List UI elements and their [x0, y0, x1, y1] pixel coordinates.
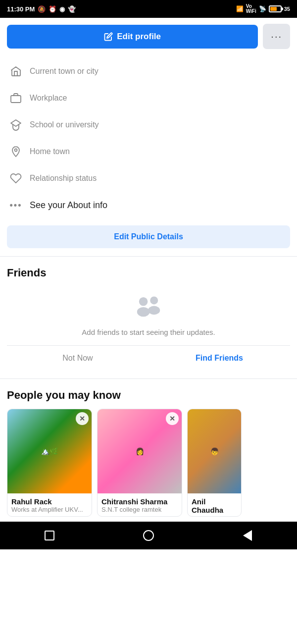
status-left: 11:30 PM 🔕 ⏰ ◉ 👻	[7, 5, 76, 13]
friends-actions: Not Now Find Friends	[7, 345, 290, 371]
friends-section: Friends Add friends to start seeing thei…	[0, 261, 297, 375]
svg-marker-1	[11, 120, 21, 126]
person-detail-1: S.N.T college ramtek	[101, 506, 178, 513]
about-info-label: See your About info	[30, 200, 107, 211]
nav-back-button[interactable]	[241, 529, 254, 542]
vo-wifi-label: VoWiFi	[246, 4, 256, 14]
relationship-item[interactable]: Relationship status	[0, 165, 297, 192]
status-right: 📶 VoWiFi 📡 35	[236, 4, 290, 14]
nav-square-button[interactable]	[43, 529, 56, 542]
snapchat-icon: 👻	[68, 5, 76, 13]
school-item[interactable]: School or university	[0, 111, 297, 138]
about-info-item[interactable]: ••• See your About info	[0, 192, 297, 218]
people-section-title: People you may know	[7, 389, 290, 402]
status-bar: 11:30 PM 🔕 ⏰ ◉ 👻 📶 VoWiFi 📡 35	[0, 0, 297, 18]
divider-2	[0, 378, 297, 379]
dots-more-icon: •••	[9, 198, 23, 212]
svg-point-2	[15, 149, 17, 152]
triangle-icon	[243, 530, 252, 541]
workplace-item[interactable]: Workplace	[0, 85, 297, 111]
pencil-icon	[104, 32, 113, 41]
friends-empty-text: Add friends to start seeing their update…	[82, 328, 215, 336]
school-label: School or university	[30, 120, 99, 129]
alarm-icon: ⏰	[49, 5, 56, 13]
heart-icon	[9, 171, 23, 185]
person-info-0: Rahul Rack Works at Amplifier UKV...	[7, 493, 92, 515]
not-now-button[interactable]: Not Now	[7, 346, 148, 371]
people-grid: 🏔️🌿 ✕ Rahul Rack Works at Amplifier UKV.…	[7, 409, 290, 522]
battery-percent: 35	[284, 6, 290, 12]
more-options-button[interactable]: ···	[263, 24, 290, 49]
dismiss-person-0-button[interactable]: ✕	[76, 412, 89, 425]
relationship-label: Relationship status	[30, 174, 97, 183]
person-photo-2: 👦	[188, 409, 241, 493]
graduation-icon	[9, 118, 23, 132]
find-friends-button[interactable]: Find Friends	[148, 346, 290, 371]
svg-point-4	[137, 307, 150, 317]
friends-empty-state: Add friends to start seeing their update…	[7, 286, 290, 340]
edit-profile-button[interactable]: Edit profile	[7, 25, 258, 49]
workplace-label: Workplace	[30, 94, 67, 103]
briefcase-icon	[9, 91, 23, 105]
svg-point-3	[139, 297, 148, 306]
nav-home-button[interactable]	[142, 529, 155, 542]
svg-rect-0	[11, 96, 21, 103]
profile-actions: Edit profile ···	[0, 18, 297, 55]
person-name-1: Chitranshi Sharma	[101, 497, 178, 506]
battery-icon	[269, 5, 282, 12]
navigation-bar	[0, 522, 297, 549]
person-card-0[interactable]: 🏔️🌿 ✕ Rahul Rack Works at Amplifier UKV.…	[7, 409, 92, 517]
person-detail-0: Works at Amplifier UKV...	[11, 506, 88, 513]
person-info-1: Chitranshi Sharma S.N.T college ramtek	[98, 493, 182, 515]
info-list: Current town or city Workplace School or…	[0, 55, 297, 220]
people-you-may-know-section: People you may know 🏔️🌿 ✕ Rahul Rack Wor…	[0, 383, 297, 522]
person-card-1[interactable]: 👩 ✕ Chitranshi Sharma S.N.T college ramt…	[97, 409, 182, 517]
square-icon	[45, 531, 54, 540]
hometown-label: Home town	[30, 147, 70, 156]
wifi-icon: 📡	[259, 5, 266, 12]
bell-mute-icon: 🔕	[38, 5, 46, 13]
friends-icon	[133, 294, 164, 322]
divider-1	[0, 256, 297, 257]
person-info-2: Anil Chaudha	[188, 493, 241, 516]
person-name-2: Anil Chaudha	[192, 497, 237, 514]
time-display: 11:30 PM	[7, 5, 35, 13]
svg-point-5	[150, 296, 158, 304]
hometown-item[interactable]: Home town	[0, 138, 297, 165]
home-icon	[9, 64, 23, 78]
current-town-label: Current town or city	[30, 67, 99, 76]
dismiss-person-1-button[interactable]: ✕	[166, 412, 179, 425]
friends-title: Friends	[7, 267, 290, 279]
person-card-2[interactable]: 👦 Anil Chaudha	[187, 409, 242, 517]
signal-icon: 📶	[236, 5, 244, 12]
location-pin-icon	[9, 145, 23, 159]
battery-fill	[270, 7, 277, 11]
circle-icon	[143, 530, 154, 541]
current-town-item[interactable]: Current town or city	[0, 58, 297, 85]
location-icon: ◉	[59, 5, 65, 13]
person-name-0: Rahul Rack	[11, 497, 88, 506]
edit-public-details-button[interactable]: Edit Public Details	[7, 225, 290, 248]
svg-point-6	[148, 306, 160, 315]
